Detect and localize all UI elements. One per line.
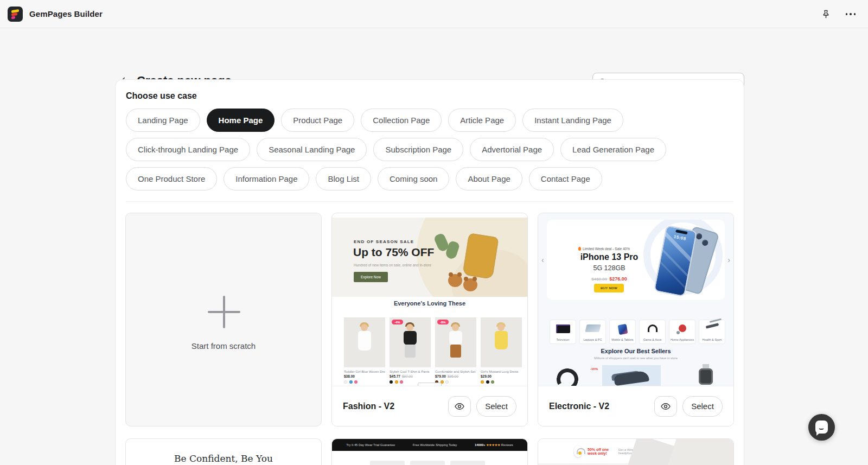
chip-instant-landing-page[interactable]: Instant Landing Page xyxy=(522,109,623,132)
chip-advertorial-page[interactable]: Advertorial Page xyxy=(470,138,554,161)
partial-card-heading: Be Confident, Be You xyxy=(126,453,321,464)
announcement-bar: Try It 45 Day Wear Trial Guarantee Free … xyxy=(332,439,527,451)
category-television: Television xyxy=(550,320,576,344)
fashion-section-title: Everyone's Loving These xyxy=(332,300,527,307)
category-mobile-tablets: Mobile & Tablets xyxy=(609,320,636,344)
sale-badge: -15% xyxy=(590,367,598,371)
use-case-section: Choose use case Landing Page Home Page P… xyxy=(126,80,733,202)
template-card-partial-3[interactable]: 50% off one week only! Get a Wireless he… xyxy=(538,438,734,465)
fashion-product-row: Toddler Girl Blue Woven Dress $38.00 -4%… xyxy=(344,317,522,384)
headphones-art xyxy=(554,366,580,387)
template-name: Electronic - V2 xyxy=(549,402,654,411)
template-card-partial-1[interactable]: Be Confident, Be You xyxy=(125,438,322,465)
template-card-fashion-v2: END OF SEASON SALE Up to 75% OFF Hundred… xyxy=(331,213,528,426)
fashion-product-2: -4% Stylish Cool T-Shirt & Pants $45.77$… xyxy=(390,317,431,384)
start-from-scratch-label: Start from scratch xyxy=(126,341,321,351)
chat-bubble-icon xyxy=(815,421,828,434)
electronic-hero-subtitle: 5G 128GB xyxy=(547,264,672,272)
electronic-deal-line: Limited Week deal - Sale 40% xyxy=(578,247,630,251)
category-game-accs: Game & Accs xyxy=(639,320,666,344)
electronic-preview-image[interactable]: 15:08 Limited Week deal - Sale 40% iPhon… xyxy=(538,213,733,387)
page-header: Create new page xyxy=(0,28,868,79)
eye-icon xyxy=(455,403,464,410)
gempages-logo-icon xyxy=(8,7,23,22)
chip-click-through-landing-page[interactable]: Click-through Landing Page xyxy=(126,138,250,161)
app-title: GemPages Builder xyxy=(29,9,103,18)
headphone-icon xyxy=(574,445,582,457)
eye-icon xyxy=(661,403,671,410)
chip-information-page[interactable]: Information Page xyxy=(224,167,309,190)
app-window: GemPages Builder Create new page Choose … xyxy=(0,0,868,465)
template-grid: Start from scratch END OF SEASON SALE Up… xyxy=(125,213,734,465)
carousel-next-arrow: › xyxy=(727,256,730,264)
preview-eye-button[interactable] xyxy=(654,396,677,417)
chip-one-product-store[interactable]: One Product Store xyxy=(126,167,217,190)
electronic-hero-title: iPhone 13 Pro xyxy=(547,252,672,262)
fashion-product-1: Toddler Girl Blue Woven Dress $38.00 xyxy=(344,317,385,384)
fashion-hero-eyebrow: END OF SEASON SALE xyxy=(354,239,414,244)
product-thumbnails-art xyxy=(370,461,485,465)
chip-home-page[interactable]: Home Page xyxy=(207,109,275,132)
electronic-hero-art: 15:08 Limited Week deal - Sale 40% iPhon… xyxy=(547,220,725,300)
chip-coming-soon[interactable]: Coming soon xyxy=(378,167,449,190)
chip-landing-page[interactable]: Landing Page xyxy=(126,109,200,132)
select-button[interactable]: Select xyxy=(682,396,723,417)
carousel-prev-arrow: ‹ xyxy=(541,256,544,264)
plus-icon xyxy=(208,296,240,328)
top-bar: GemPages Builder xyxy=(0,0,868,28)
electronic-hero-prices: $460.00$276.00 xyxy=(547,276,672,282)
chip-contact-page[interactable]: Contact Page xyxy=(529,167,602,190)
templates-panel: Choose use case Landing Page Home Page P… xyxy=(115,79,744,465)
fashion-hero-subtitle: Hundred of new items on sale, online and… xyxy=(354,263,431,267)
chip-subscription-page[interactable]: Subscription Page xyxy=(373,138,463,161)
fashion-product-4: Girl's Mustard Long Dress $29.00 xyxy=(481,317,522,384)
electronic-best-sellers-subtitle: Millions of shoppers can't wait to see w… xyxy=(538,356,733,360)
flame-icon xyxy=(578,247,581,251)
fashion-hero-art: END OF SEASON SALE Up to 75% OFF Hundred… xyxy=(332,218,527,297)
chip-blog-list[interactable]: Blog List xyxy=(316,167,371,190)
fashion-product-3: -8% Comfortable and Stylish Set $79.00$9… xyxy=(435,317,476,384)
chip-about-page[interactable]: About Page xyxy=(456,167,522,190)
chip-seasonal-landing-page[interactable]: Seasonal Landing Page xyxy=(257,138,367,161)
use-case-label: Choose use case xyxy=(126,91,733,101)
select-button[interactable]: Select xyxy=(476,396,516,417)
chip-collection-page[interactable]: Collection Page xyxy=(361,109,442,132)
fashion-hero-title: Up to 75% OFF xyxy=(353,246,434,259)
electronic-card-footer: Electronic - V2 Select xyxy=(538,386,733,426)
electronic-best-sellers-title: Explore Our Best Sellers xyxy=(538,348,733,354)
fashion-hero-cta: Explore Now xyxy=(354,272,388,282)
template-card-electronic-v2: 15:08 Limited Week deal - Sale 40% iPhon… xyxy=(538,213,734,426)
chat-launcher-button[interactable] xyxy=(808,414,835,441)
category-laptops-pc: Laptops & PC xyxy=(579,320,606,344)
category-home-appliances: Home Appliances xyxy=(669,320,695,344)
preview-eye-button[interactable] xyxy=(448,396,471,417)
chip-lead-generation-page[interactable]: Lead Generation Page xyxy=(560,138,666,161)
template-card-partial-2[interactable]: Try It 45 Day Wear Trial Guarantee Free … xyxy=(331,438,528,465)
smartwatch-art xyxy=(699,368,713,385)
electronic-category-row: Television Laptops & PC Mobile & Tablets xyxy=(550,320,725,344)
chip-product-page[interactable]: Product Page xyxy=(281,109,354,132)
electronic-buy-now-button: BUY NOW xyxy=(594,284,624,292)
more-menu-icon[interactable] xyxy=(844,8,857,21)
sneaker-art xyxy=(602,365,661,387)
electronic-best-sellers-products: -15% xyxy=(538,364,733,387)
pin-icon[interactable] xyxy=(819,8,832,21)
category-health-sport: Health & Sport xyxy=(699,320,725,344)
start-from-scratch-card[interactable]: Start from scratch xyxy=(125,213,322,426)
fashion-card-footer: Fashion - V2 Select xyxy=(332,386,527,426)
template-name: Fashion - V2 xyxy=(343,402,448,411)
fashion-preview-image[interactable]: END OF SEASON SALE Up to 75% OFF Hundred… xyxy=(332,213,527,387)
chip-article-page[interactable]: Article Page xyxy=(448,109,516,132)
